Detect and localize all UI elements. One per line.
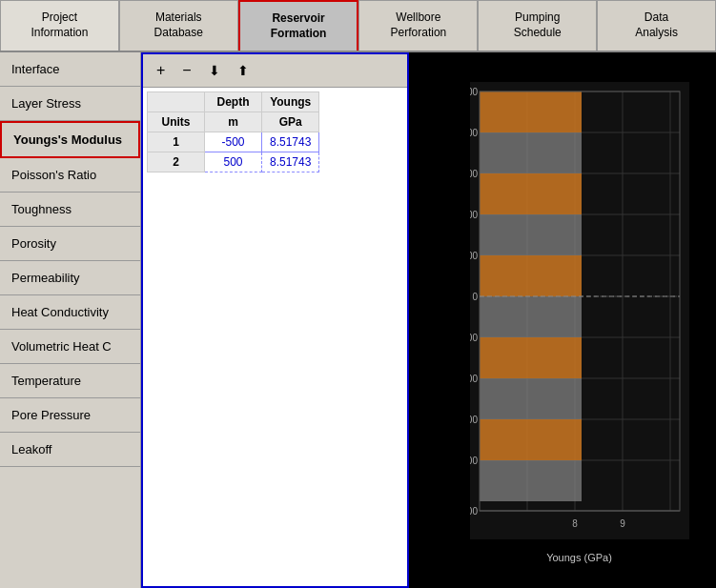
units-depth: m bbox=[205, 112, 262, 132]
svg-rect-30 bbox=[480, 173, 582, 214]
toolbar: + − ⬇ ⬆ bbox=[143, 54, 407, 88]
col-header-youngs: Youngs bbox=[262, 92, 319, 112]
svg-text:-400: -400 bbox=[470, 128, 478, 138]
svg-rect-33 bbox=[480, 419, 582, 460]
svg-text:0: 0 bbox=[472, 292, 478, 302]
col-header-rownum bbox=[148, 92, 205, 112]
sidebar-item-volumetric-heat[interactable]: Volumetric Heat C bbox=[0, 330, 140, 364]
svg-rect-34 bbox=[480, 132, 582, 173]
row-1-youngs[interactable]: 8.51743 bbox=[262, 132, 319, 152]
sidebar-item-heat-conductivity[interactable]: Heat Conductivity bbox=[0, 295, 140, 330]
download-button[interactable]: ⬇ bbox=[205, 61, 224, 80]
tab-reservoir-formation[interactable]: ReservoirFormation bbox=[238, 0, 359, 51]
center-panel: + − ⬇ ⬆ Depth Youngs Units m GPa bbox=[141, 52, 409, 588]
sidebar-item-permeability[interactable]: Permeability bbox=[0, 261, 140, 295]
svg-rect-37 bbox=[480, 378, 582, 419]
svg-rect-29 bbox=[480, 91, 582, 132]
chart-container: -500 -400 -300 -200 -100 0 100 200 300 4… bbox=[470, 82, 689, 539]
svg-text:200: 200 bbox=[470, 374, 478, 384]
svg-text:400: 400 bbox=[470, 456, 478, 466]
remove-row-button[interactable]: − bbox=[178, 60, 194, 81]
sidebar-item-leakoff[interactable]: Leakoff bbox=[0, 433, 140, 467]
svg-text:-500: -500 bbox=[470, 87, 478, 97]
tab-pumping-schedule[interactable]: PumpingSchedule bbox=[478, 0, 597, 51]
svg-text:8: 8 bbox=[572, 518, 578, 529]
tab-data-analysis[interactable]: DataAnalysis bbox=[597, 0, 716, 51]
data-table-area: Depth Youngs Units m GPa 1 -500 8.51743 bbox=[143, 88, 407, 586]
svg-rect-38 bbox=[480, 460, 582, 501]
chart-x-label: Youngs (GPa) bbox=[546, 552, 612, 563]
svg-rect-31 bbox=[480, 255, 582, 296]
sidebar-item-temperature[interactable]: Temperature bbox=[0, 364, 140, 398]
row-2-num: 2 bbox=[148, 152, 205, 172]
row-1-num: 1 bbox=[148, 132, 205, 152]
row-1-depth[interactable]: -500 bbox=[205, 132, 262, 152]
sidebar-item-pore-pressure[interactable]: Pore Pressure bbox=[0, 398, 140, 433]
svg-text:-300: -300 bbox=[470, 169, 478, 179]
tab-project-information[interactable]: Project Information bbox=[0, 0, 119, 51]
row-2-depth[interactable]: 500 bbox=[205, 152, 262, 172]
table-row: 2 500 8.51743 bbox=[148, 152, 319, 172]
svg-text:-100: -100 bbox=[470, 251, 478, 261]
svg-text:500: 500 bbox=[470, 506, 478, 517]
sidebar-item-poissons-ratio[interactable]: Poisson's Ratio bbox=[0, 158, 140, 193]
table-row: 1 -500 8.51743 bbox=[148, 132, 319, 152]
chart-panel: -500 -400 -300 -200 -100 0 100 200 300 4… bbox=[409, 52, 716, 588]
sidebar-item-interface[interactable]: Interface bbox=[0, 52, 140, 87]
tab-wellbore-perforation[interactable]: WellborePerforation bbox=[358, 0, 478, 51]
svg-text:9: 9 bbox=[620, 518, 625, 529]
sidebar-item-layer-stress[interactable]: Layer Stress bbox=[0, 87, 140, 121]
units-label: Units bbox=[148, 112, 205, 132]
tab-materials-database[interactable]: MaterialsDatabase bbox=[119, 0, 238, 51]
upload-button[interactable]: ⬆ bbox=[234, 61, 253, 80]
col-header-depth: Depth bbox=[205, 92, 262, 112]
sidebar: Interface Layer Stress Youngs's Modulus … bbox=[0, 52, 141, 588]
main-content: Interface Layer Stress Youngs's Modulus … bbox=[0, 52, 716, 588]
add-row-button[interactable]: + bbox=[153, 60, 169, 81]
svg-rect-36 bbox=[480, 296, 582, 337]
row-2-youngs[interactable]: 8.51743 bbox=[262, 152, 319, 172]
youngs-chart: -500 -400 -300 -200 -100 0 100 200 300 4… bbox=[470, 82, 689, 539]
units-youngs: GPa bbox=[262, 112, 319, 132]
sidebar-item-toughness[interactable]: Toughness bbox=[0, 193, 140, 227]
sidebar-item-youngs-modulus[interactable]: Youngs's Modulus bbox=[0, 121, 140, 158]
sidebar-item-porosity[interactable]: Porosity bbox=[0, 227, 140, 261]
svg-text:100: 100 bbox=[470, 333, 478, 343]
tab-bar: Project Information MaterialsDatabase Re… bbox=[0, 0, 716, 52]
svg-text:-200: -200 bbox=[470, 210, 478, 220]
svg-rect-35 bbox=[480, 214, 582, 255]
svg-rect-32 bbox=[480, 337, 582, 378]
data-table: Depth Youngs Units m GPa 1 -500 8.51743 bbox=[147, 91, 319, 172]
svg-text:300: 300 bbox=[470, 415, 478, 425]
